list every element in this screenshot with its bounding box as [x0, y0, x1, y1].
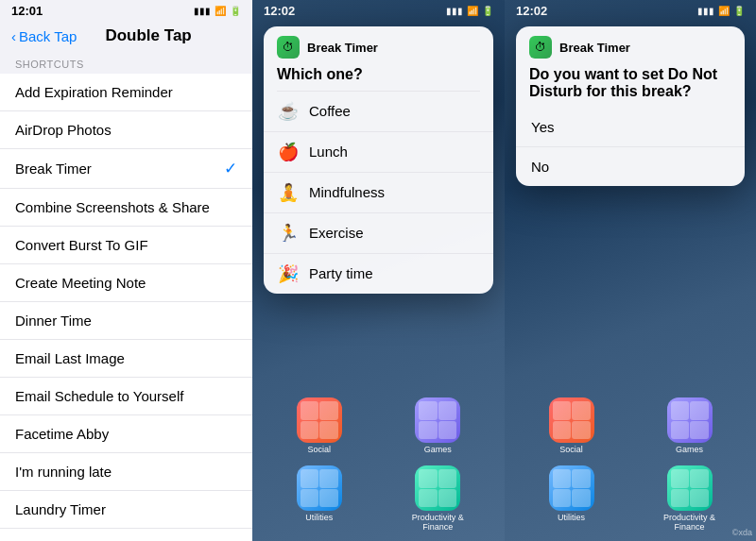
- list-item-text: I'm running late: [15, 464, 112, 480]
- list-item[interactable]: Add Expiration Reminder: [0, 74, 252, 111]
- list-item-text: Break Timer: [15, 161, 92, 177]
- list-item-text: Facetime Abby: [15, 426, 109, 442]
- popup-question: Which one?: [264, 62, 493, 91]
- right-productivity-folder-icon: [667, 465, 713, 511]
- left-status-icons: ▮▮▮ 📶 🔋: [194, 6, 241, 16]
- yn-option[interactable]: Yes: [516, 108, 745, 147]
- right-signal-icon: ▮▮▮: [697, 6, 714, 16]
- mid-status-bar: 12:02 ▮▮▮ 📶 🔋: [252, 0, 505, 21]
- right-utilities-folder-icon: [549, 465, 594, 511]
- right-time: 12:02: [516, 4, 547, 18]
- left-nav: ‹ Back Tap Double Tap: [0, 21, 252, 51]
- social-label: Social: [307, 445, 331, 454]
- popup-option[interactable]: 🎉 Party time: [264, 254, 493, 294]
- popup-option[interactable]: 🍎 Lunch: [264, 132, 493, 173]
- home-row-2: Utilities Productivity & Finance: [252, 460, 505, 537]
- wifi-icon: 📶: [215, 6, 226, 16]
- option-icon: 🧘: [277, 182, 300, 203]
- list-item[interactable]: Dinner Time: [0, 302, 252, 340]
- popup-option[interactable]: 🧘 Mindfulness: [264, 173, 493, 213]
- list-item[interactable]: Laundry Timer 1: [0, 529, 252, 541]
- utilities-folder-icon: [297, 465, 342, 511]
- mid-battery-icon: 🔋: [482, 6, 493, 16]
- popup-app-name: Break Timer: [307, 41, 378, 55]
- chevron-left-icon: ‹: [11, 28, 16, 44]
- mid-status-icons: ▮▮▮ 📶 🔋: [446, 6, 493, 16]
- right-break-timer-icon: ⏱: [529, 36, 552, 59]
- back-tap-button[interactable]: ‹ Back Tap: [11, 28, 77, 44]
- right-games-label: Games: [676, 445, 703, 454]
- right-games-folder-icon: [667, 397, 713, 443]
- left-status-bar: 12:01 ▮▮▮ 📶 🔋: [0, 0, 252, 21]
- list-item-text: Convert Burst To GIF: [15, 237, 148, 253]
- right-productivity-folder: Productivity & Finance: [663, 465, 716, 532]
- option-label: Coffee: [309, 103, 351, 119]
- right-status-icons: ▮▮▮ 📶 🔋: [697, 6, 745, 16]
- productivity-folder: Productivity & Finance: [411, 465, 464, 532]
- left-time: 12:01: [11, 4, 43, 18]
- list-item-text: Combine Screenshots & Share: [15, 199, 210, 215]
- productivity-folder-icon: [415, 465, 460, 511]
- break-timer-popup: ⏱ Break Timer Which one? ☕ Coffee 🍎 Lunc…: [264, 26, 493, 294]
- list-item-text: Create Meeting Note: [15, 275, 146, 291]
- option-icon: 🎉: [277, 263, 300, 284]
- right-social-folder: Social: [545, 397, 598, 454]
- nav-title: Double Tap: [105, 26, 191, 45]
- option-icon: 🏃: [277, 223, 300, 244]
- option-label: Exercise: [309, 225, 364, 241]
- productivity-label: Productivity & Finance: [411, 513, 464, 532]
- list-item[interactable]: Email Last Image: [0, 340, 252, 378]
- utilities-label: Utilities: [305, 513, 333, 522]
- break-timer-icon: ⏱: [277, 36, 300, 59]
- right-status-bar: 12:02 ▮▮▮ 📶 🔋: [505, 0, 756, 21]
- mid-time: 12:02: [264, 4, 295, 18]
- signal-icon: ▮▮▮: [194, 6, 211, 16]
- right-wifi-icon: 📶: [718, 6, 730, 16]
- watermark: ©xda: [732, 528, 752, 537]
- list-item[interactable]: Convert Burst To GIF: [0, 227, 252, 264]
- home-row-1: Social Games: [252, 392, 505, 460]
- option-label: Party time: [309, 265, 373, 281]
- list-item[interactable]: I'm running late: [0, 453, 252, 491]
- dnd-question: Do you want to set Do Not Disturb for th…: [516, 62, 745, 108]
- yn-option[interactable]: No: [516, 147, 745, 186]
- mid-signal-icon: ▮▮▮: [446, 6, 463, 16]
- list-item-text: Email Schedule to Yourself: [15, 388, 183, 404]
- list-item-text: Laundry Timer: [15, 501, 106, 517]
- popup-header: ⏱ Break Timer: [264, 26, 493, 62]
- list-item-text: Add Expiration Reminder: [15, 84, 173, 100]
- right-popup-options: YesNo: [516, 108, 745, 186]
- list-item[interactable]: Facetime Abby: [0, 415, 252, 453]
- list-item[interactable]: Laundry Timer: [0, 491, 252, 529]
- list-item[interactable]: AirDrop Photos: [0, 111, 252, 149]
- popup-options: ☕ Coffee 🍎 Lunch 🧘 Mindfulness 🏃 Exercis…: [264, 92, 493, 294]
- list-item[interactable]: Break Timer ✓: [0, 149, 252, 189]
- social-folder: Social: [293, 397, 346, 454]
- right-social-label: Social: [559, 445, 583, 454]
- utilities-folder: Utilities: [293, 465, 346, 522]
- right-social-folder-icon: [549, 397, 594, 443]
- right-productivity-label: Productivity & Finance: [663, 513, 716, 532]
- option-icon: 🍎: [277, 142, 300, 162]
- section-label: SHORTCUTS: [0, 51, 252, 74]
- list-item[interactable]: Create Meeting Note: [0, 264, 252, 302]
- list-item[interactable]: Email Schedule to Yourself: [0, 378, 252, 415]
- right-battery-icon: 🔋: [733, 6, 745, 16]
- left-panel: 12:01 ▮▮▮ 📶 🔋 ‹ Back Tap Double Tap SHOR…: [0, 0, 252, 541]
- list-item-text: AirDrop Photos: [15, 122, 112, 138]
- dnd-popup: ⏱ Break Timer Do you want to set Do Not …: [516, 26, 745, 186]
- popup-option[interactable]: 🏃 Exercise: [264, 213, 493, 254]
- list-item-text: Email Last Image: [15, 350, 125, 366]
- games-folder: Games: [411, 397, 464, 454]
- mid-wifi-icon: 📶: [467, 6, 478, 16]
- battery-icon: 🔋: [230, 6, 241, 16]
- right-popup-app-name: Break Timer: [559, 41, 630, 55]
- option-label: Mindfulness: [309, 184, 385, 200]
- games-folder-icon: [415, 397, 460, 443]
- popup-option[interactable]: ☕ Coffee: [264, 92, 493, 132]
- right-games-folder: Games: [663, 397, 716, 454]
- shortcuts-list: Add Expiration Reminder AirDrop Photos B…: [0, 74, 252, 541]
- checkmark-icon: ✓: [224, 159, 237, 178]
- list-item[interactable]: Combine Screenshots & Share: [0, 189, 252, 227]
- games-label: Games: [424, 445, 452, 454]
